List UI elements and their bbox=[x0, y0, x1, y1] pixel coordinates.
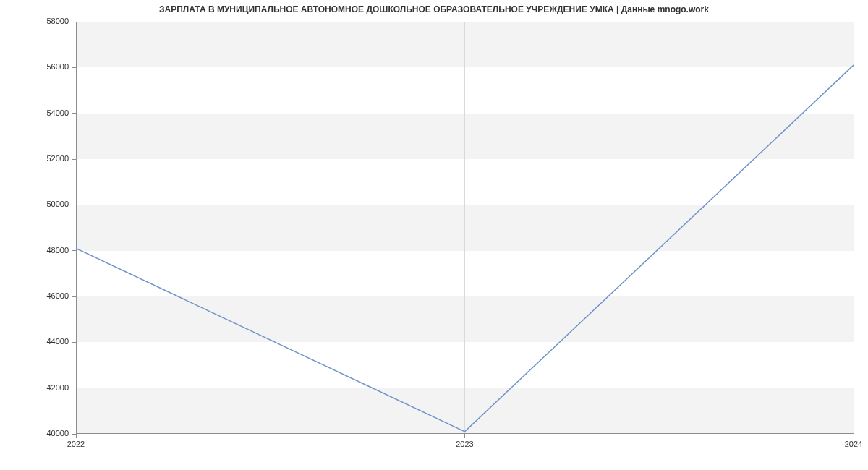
x-tick-label: 2023 bbox=[443, 440, 487, 448]
chart-container: ЗАРПЛАТА В МУНИЦИПАЛЬНОЕ АВТОНОМНОЕ ДОШК… bbox=[0, 0, 868, 470]
y-tick-label: 48000 bbox=[35, 246, 69, 255]
x-tick bbox=[464, 434, 465, 438]
y-tick-label: 54000 bbox=[35, 108, 69, 117]
data-line bbox=[76, 22, 854, 434]
y-tick-label: 44000 bbox=[35, 337, 69, 346]
x-tick bbox=[76, 434, 77, 438]
chart-title: ЗАРПЛАТА В МУНИЦИПАЛЬНОЕ АВТОНОМНОЕ ДОШК… bbox=[0, 4, 868, 14]
y-tick-label: 40000 bbox=[35, 429, 69, 437]
y-tick-label: 52000 bbox=[35, 154, 69, 163]
y-tick-label: 58000 bbox=[35, 17, 69, 25]
y-tick-label: 50000 bbox=[35, 200, 69, 208]
x-tick-label: 2022 bbox=[54, 440, 98, 448]
x-tick-label: 2024 bbox=[832, 440, 868, 448]
y-tick-label: 56000 bbox=[35, 62, 69, 71]
y-tick-label: 46000 bbox=[35, 291, 69, 300]
x-tick bbox=[854, 434, 854, 438]
y-tick-label: 42000 bbox=[35, 383, 69, 392]
plot-area: 4000042000440004600048000500005200054000… bbox=[76, 22, 854, 434]
